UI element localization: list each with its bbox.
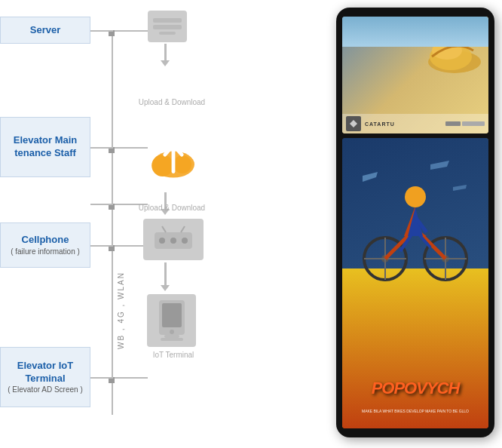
phone-device: CATARTU bbox=[336, 8, 494, 437]
svg-rect-14 bbox=[161, 338, 183, 341]
upload-label: Upload & Download bbox=[134, 98, 210, 106]
arrow-server-to-cloud bbox=[161, 44, 170, 66]
h-line-to-server bbox=[115, 30, 148, 32]
brand-bar: CATARTU bbox=[342, 114, 488, 133]
poster-title: POPOVYCH bbox=[346, 379, 485, 398]
label-iot-terminal: Elevator IoT Terminal ( Elevator AD Scre… bbox=[0, 347, 90, 407]
terminal-icon-box bbox=[147, 294, 196, 347]
arrow-gateway-to-terminal bbox=[161, 262, 170, 291]
cloud-upload-icon bbox=[139, 124, 207, 192]
phone-screen-bottom: POPOVYCH MAKE BILA WHAT BIKES DEVELOP MA… bbox=[342, 138, 488, 428]
diagram-area: Server Elevator Main tenance Staff Cellp… bbox=[0, 0, 317, 448]
arrow-shaft-3 bbox=[164, 262, 167, 285]
svg-rect-13 bbox=[164, 335, 179, 338]
bottom-box-label: IoT Terminal bbox=[139, 351, 207, 359]
svg-line-9 bbox=[181, 226, 185, 232]
brand-name: CATARTU bbox=[365, 121, 395, 127]
svg-line-8 bbox=[162, 226, 166, 232]
h-line-maintenance1 bbox=[90, 147, 113, 149]
svg-point-2 bbox=[173, 155, 191, 173]
cyclist-illustration bbox=[355, 153, 476, 304]
brand-logo-box bbox=[346, 116, 361, 131]
svg-point-26 bbox=[405, 186, 426, 207]
svg-point-5 bbox=[159, 238, 165, 244]
top-ad-content: CATARTU bbox=[342, 17, 488, 133]
sky-bg bbox=[342, 17, 488, 47]
phone-wrapper: CATARTU bbox=[336, 8, 494, 437]
label-cellphone: Cellphone ( failure information ) bbox=[0, 222, 90, 268]
label-server: Server bbox=[0, 17, 90, 44]
svg-point-1 bbox=[152, 155, 173, 176]
h-line-server bbox=[90, 30, 113, 32]
arrowhead-down-3 bbox=[161, 285, 170, 291]
h-line-maintenance2 bbox=[90, 204, 113, 205]
arrowhead-down bbox=[161, 60, 170, 66]
update-label: Upload & Download bbox=[134, 204, 210, 212]
svg-point-7 bbox=[182, 238, 188, 244]
h-line-iot bbox=[90, 377, 113, 379]
rating-dots bbox=[445, 121, 485, 126]
h-line-to-iot bbox=[115, 377, 148, 379]
svg-point-12 bbox=[170, 330, 174, 334]
server-icon-box bbox=[148, 11, 187, 42]
svg-point-6 bbox=[170, 238, 176, 244]
gateway-icon-box bbox=[143, 219, 204, 260]
phone-screen-top: CATARTU bbox=[342, 17, 488, 133]
server-line-1 bbox=[153, 18, 182, 23]
label-maintenance: Elevator Main tenance Staff bbox=[0, 117, 90, 177]
poster-subtitle: MAKE BILA WHAT BIKES DEVELOP MAKE PAIN T… bbox=[346, 409, 485, 413]
arrow-shaft bbox=[164, 44, 167, 60]
svg-rect-11 bbox=[162, 303, 182, 327]
h-line-cellphone bbox=[90, 245, 113, 247]
server-line-2 bbox=[153, 25, 182, 29]
vertical-connector-line bbox=[112, 30, 113, 415]
cycling-poster: POPOVYCH MAKE BILA WHAT BIKES DEVELOP MA… bbox=[342, 138, 488, 428]
server-line-3 bbox=[159, 32, 176, 35]
wb-4g-wlan-label: WB , 4G , WLAN bbox=[117, 272, 125, 349]
